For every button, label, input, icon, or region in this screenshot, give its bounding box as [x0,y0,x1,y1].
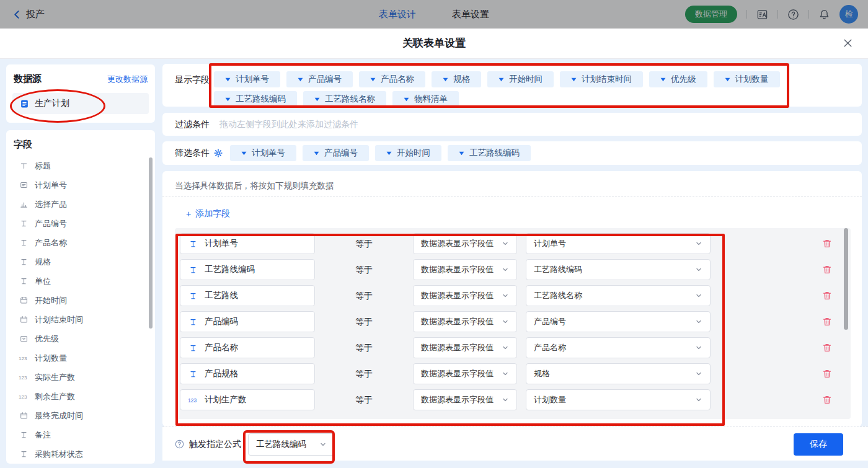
text-icon [188,370,198,378]
trash-icon[interactable] [822,369,832,379]
field-list-item[interactable]: 产品名称 [6,233,149,252]
field-list-item[interactable]: 采购耗材状态 [6,444,149,464]
rule-field-label: 工艺路线 [205,290,238,301]
gear-icon[interactable] [214,149,223,157]
rule-target-field[interactable]: 123 计划生产数 [180,389,315,410]
field-list-item[interactable]: 标题 [6,156,149,175]
field-list-item[interactable]: 开始时间 [6,291,149,310]
trash-icon[interactable] [822,317,832,327]
trigger-field-select[interactable]: 工艺路线编码 [248,433,335,456]
screen-filter-tag[interactable]: 工艺路线编码 [448,145,531,161]
field-list-item[interactable]: 123 实际生产数 [6,368,149,387]
trash-icon[interactable] [822,395,832,405]
display-field-tag[interactable]: 规格 [432,71,481,87]
rule-field-label: 产品规格 [205,368,238,379]
display-field-tag[interactable]: 计划结束时间 [560,71,643,87]
field-list-item[interactable]: 备注 [6,425,149,444]
rule-value-select[interactable]: 产品名称 [526,337,711,358]
rule-value-select[interactable]: 工艺路线名称 [526,285,711,306]
field-list-item[interactable]: 产品编号 [6,214,149,233]
chevron-down-icon [695,370,702,377]
question-icon[interactable] [175,439,184,449]
tag-label: 规格 [453,74,470,85]
rule-target-field[interactable]: 计划单号 [180,233,315,254]
display-field-tag[interactable]: 计划数量 [714,71,780,87]
rule-value-select[interactable]: 规格 [526,363,711,384]
caret-down-icon [298,77,303,82]
rule-value-select[interactable]: 计划单号 [526,233,711,254]
rule-value-select[interactable]: 工艺路线编码 [526,259,711,280]
display-field-tag[interactable]: 物料清单 [392,91,459,107]
display-field-tag[interactable]: 计划单号 [214,71,280,87]
rule-field-label: 计划生产数 [205,394,247,405]
trash-icon[interactable] [822,343,832,353]
rule-source-select[interactable]: 数据源表显示字段值 [413,389,517,410]
rule-target-field[interactable]: 工艺路线编码 [180,259,315,280]
fields-scrollbar[interactable] [149,157,153,329]
screen-filter-tag[interactable]: 计划单号 [230,145,296,161]
change-datasource-link[interactable]: 更改数据源 [107,74,148,85]
save-button[interactable]: 保存 [794,433,843,456]
rule-source-select[interactable]: 数据源表显示字段值 [413,311,517,332]
rule-source-select[interactable]: 数据源表显示字段值 [413,285,517,306]
rule-value: 规格 [534,368,550,379]
datasource-item[interactable]: 生产计划 [12,93,149,114]
rule-value: 工艺路线编码 [534,264,582,275]
field-list-item[interactable]: 123 剩余生产数 [6,387,149,406]
filter-drop-placeholder[interactable]: 拖动左侧字段到此处来添加过滤条件 [219,119,358,130]
chevron-down-icon [502,370,509,377]
field-list-item[interactable]: 规格 [6,252,149,272]
field-label: 产品编号 [35,218,67,229]
field-list-item[interactable]: 最终完成时间 [6,406,149,425]
field-list-item[interactable]: 优先级 [6,329,149,348]
rule-row: 产品规格 等于 数据源表显示字段值 规格 [175,363,851,384]
field-label: 规格 [35,257,51,268]
display-field-tag[interactable]: 工艺路线编码 [214,91,297,107]
text-icon [19,450,29,458]
display-field-tags: 计划单号 产品编号 产品名称 规格 [214,71,809,107]
fields-title: 字段 [14,139,32,151]
display-field-tag[interactable]: 产品名称 [359,71,425,87]
field-list-item[interactable]: 单位 [6,272,149,291]
field-list-item[interactable]: 计划结束时间 [6,310,149,329]
rule-operator: 等于 [355,311,373,332]
rule-target-field[interactable]: 产品名称 [180,337,315,358]
close-icon[interactable] [843,38,853,48]
field-list-item[interactable]: 123 计划数量 [6,348,149,368]
rule-source-value: 数据源表显示字段值 [421,290,494,301]
rule-source-select[interactable]: 数据源表显示字段值 [413,259,517,280]
tag-label: 物料清单 [414,94,448,105]
display-field-tag[interactable]: 工艺路线名称 [303,91,386,107]
screen-filter-tag[interactable]: 产品编号 [303,145,369,161]
trash-icon[interactable] [822,239,832,249]
rule-target-field[interactable]: 产品规格 [180,363,315,384]
display-field-tag[interactable]: 开始时间 [487,71,554,87]
number-icon: 123 [19,355,29,361]
chevron-down-icon [319,441,327,448]
tag-label: 计划单号 [252,148,285,159]
trash-icon[interactable] [822,291,832,301]
display-field-tag[interactable]: 优先级 [649,71,707,87]
text-icon [188,318,198,326]
rule-source-select[interactable]: 数据源表显示字段值 [413,233,517,254]
field-label: 最终完成时间 [35,410,83,422]
rule-field-label: 计划单号 [205,238,238,249]
field-list-item[interactable]: 计划单号 [6,175,149,195]
rule-value-select[interactable]: 产品编号 [526,311,711,332]
field-label: 开始时间 [35,295,67,306]
screen-filter-tag[interactable]: 开始时间 [375,145,441,161]
trash-icon[interactable] [822,265,832,275]
field-list-item[interactable]: 选择产品 [6,195,149,214]
rule-value-select[interactable]: 计划数量 [526,389,711,410]
rule-source-select[interactable]: 数据源表显示字段值 [413,363,517,384]
display-field-tag[interactable]: 产品编号 [286,71,353,87]
text-icon [19,239,29,247]
rule-source-select[interactable]: 数据源表显示字段值 [413,337,517,358]
select-icon [19,335,29,343]
add-field-button[interactable]: + 添加字段 [186,208,230,219]
caret-down-icon [241,151,247,156]
rule-target-field[interactable]: 工艺路线 [180,285,315,306]
rule-target-field[interactable]: 产品编码 [180,311,315,332]
serial-icon [19,181,29,189]
field-label: 计划单号 [35,180,67,191]
